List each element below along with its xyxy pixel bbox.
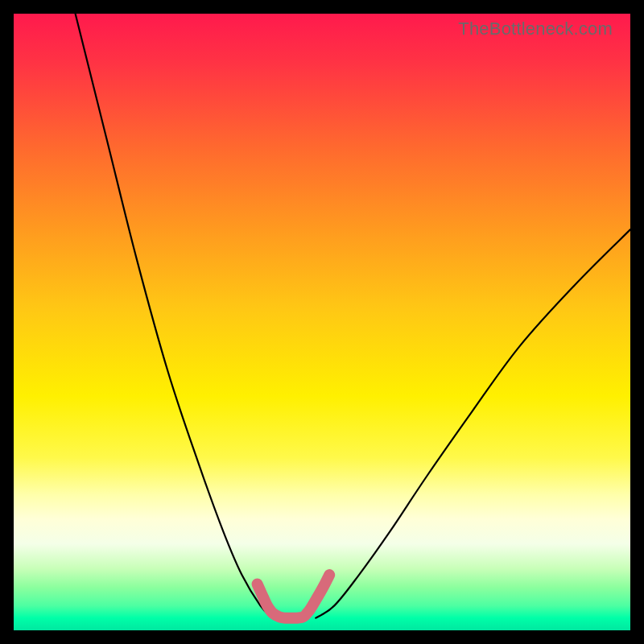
watermark-text: TheBottleneck.com <box>458 19 613 39</box>
right-curve <box>316 229 630 618</box>
bottom-highlight <box>258 575 330 618</box>
plot-area: TheBottleneck.com <box>14 14 630 630</box>
chart-svg <box>14 14 630 630</box>
chart-frame: TheBottleneck.com <box>0 0 644 644</box>
left-curve <box>76 14 273 618</box>
